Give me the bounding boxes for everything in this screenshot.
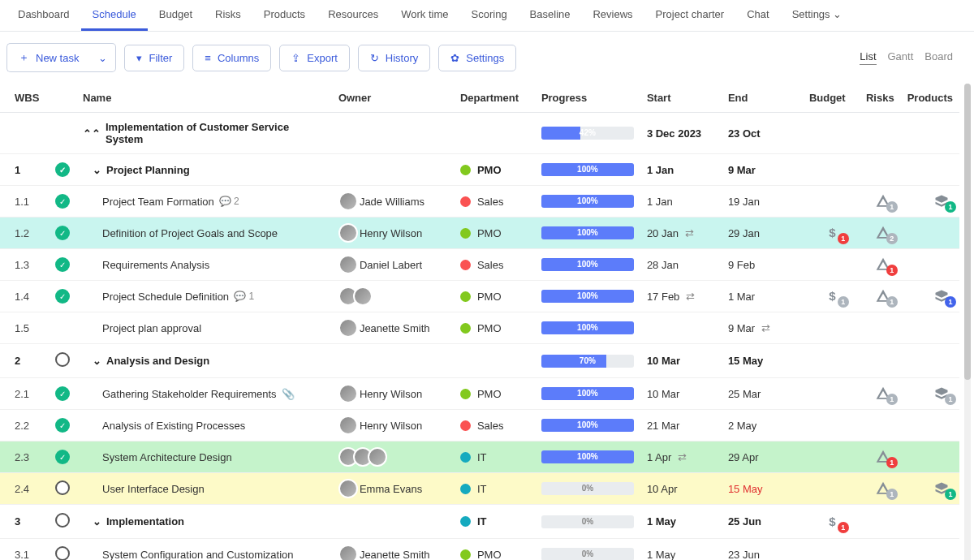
avatar bbox=[338, 192, 358, 211]
end-date: 25 Jun bbox=[722, 505, 803, 539]
expand-icon[interactable]: ⌄ bbox=[93, 164, 101, 176]
wbs-cell: 1 bbox=[0, 154, 49, 186]
task-row[interactable]: 3⌄ ImplementationIT0%1 May25 Jun$1 bbox=[0, 505, 959, 539]
progress-bar: 100% bbox=[541, 450, 634, 463]
col-products[interactable]: Products bbox=[901, 84, 959, 113]
task-row[interactable]: 2.4User Interface DesignEmma EvansIT0%10… bbox=[0, 473, 959, 505]
chevron-down-icon: ⌄ bbox=[833, 8, 842, 20]
task-row[interactable]: 1.2✓Definition of Project Goals and Scop… bbox=[0, 218, 959, 249]
dependency-icon[interactable]: ⇄ bbox=[685, 227, 694, 239]
risks-icon[interactable]: 2 bbox=[875, 225, 894, 241]
start-date: 21 Mar bbox=[640, 410, 722, 442]
tab-reviews[interactable]: Reviews bbox=[581, 0, 644, 31]
task-row[interactable]: 1.3✓Requirements AnalysisDaniel LabertSa… bbox=[0, 249, 959, 281]
view-list[interactable]: List bbox=[860, 50, 876, 65]
view-gantt[interactable]: Gantt bbox=[888, 50, 914, 65]
tab-budget[interactable]: Budget bbox=[148, 0, 204, 31]
comment-icon[interactable]: 💬 2 bbox=[219, 196, 239, 207]
dependency-icon[interactable]: ⇄ bbox=[678, 451, 687, 463]
tab-settings[interactable]: Settings ⌄ bbox=[781, 0, 854, 31]
owner-name: Henry Wilson bbox=[360, 227, 422, 239]
start-date: 3 Dec 2023 bbox=[640, 113, 722, 154]
task-row[interactable]: 2⌄ Analysis and Design70%10 Mar15 May bbox=[0, 344, 959, 378]
attachment-icon[interactable]: 📎 bbox=[282, 388, 295, 400]
collapse-all-icon[interactable]: ⌃⌃ bbox=[83, 127, 101, 140]
task-name: Analysis and Design bbox=[106, 355, 209, 367]
dependency-icon[interactable]: ⇄ bbox=[686, 291, 695, 303]
status-open-icon bbox=[55, 513, 70, 528]
task-row[interactable]: 1.5Project plan approvalJeanette SmithPM… bbox=[0, 312, 959, 344]
col-name[interactable]: Name bbox=[76, 84, 332, 113]
history-button[interactable]: ↻History bbox=[358, 45, 430, 71]
risks-icon[interactable]: 1 bbox=[875, 193, 894, 209]
gear-icon: ✿ bbox=[450, 52, 459, 64]
products-icon[interactable]: 1 bbox=[933, 480, 953, 497]
task-row[interactable]: 2.2✓Analysis of Existing ProcessesHenry … bbox=[0, 410, 959, 442]
task-name: Analysis of Existing Processes bbox=[102, 420, 245, 432]
avatar-group bbox=[338, 447, 382, 467]
tab-dashboard[interactable]: Dashboard bbox=[6, 0, 81, 31]
budget-icon[interactable]: $1 bbox=[826, 288, 846, 304]
view-board[interactable]: Board bbox=[924, 50, 953, 65]
risks-icon[interactable]: 1 bbox=[875, 449, 894, 465]
tab-work-time[interactable]: Work time bbox=[390, 0, 459, 31]
export-button[interactable]: ⇪Export bbox=[279, 45, 350, 71]
expand-icon[interactable]: ⌄ bbox=[93, 515, 101, 528]
comment-icon[interactable]: 💬 1 bbox=[234, 291, 254, 302]
task-name: Project Team Formation bbox=[102, 196, 214, 208]
expand-icon[interactable]: ⌄ bbox=[93, 355, 101, 367]
wbs-cell: 1.5 bbox=[0, 312, 49, 344]
tab-scoring[interactable]: Scoring bbox=[460, 0, 519, 31]
tab-chat[interactable]: Chat bbox=[735, 0, 780, 31]
root-row[interactable]: ⌃⌃ Implementation of Customer Service Sy… bbox=[0, 113, 959, 154]
filter-button[interactable]: ▾Filter bbox=[124, 45, 184, 71]
new-task-button[interactable]: ＋New task bbox=[6, 43, 90, 72]
new-task-dropdown[interactable]: ⌄ bbox=[90, 43, 116, 72]
settings-button[interactable]: ✿Settings bbox=[438, 45, 516, 71]
tab-products[interactable]: Products bbox=[252, 0, 317, 31]
risks-icon[interactable]: 1 bbox=[875, 256, 894, 273]
dept-name: IT bbox=[477, 451, 487, 463]
tab-schedule[interactable]: Schedule bbox=[81, 0, 148, 31]
risks-icon[interactable]: 1 bbox=[875, 386, 894, 402]
tab-risks[interactable]: Risks bbox=[204, 0, 252, 31]
col-risks[interactable]: Risks bbox=[852, 84, 901, 113]
tab-baseline[interactable]: Baseline bbox=[519, 0, 582, 31]
avatar-group bbox=[338, 318, 353, 338]
products-icon[interactable]: 1 bbox=[933, 193, 953, 209]
products-icon[interactable]: 1 bbox=[933, 288, 953, 304]
col-progress[interactable]: Progress bbox=[535, 84, 640, 113]
end-date: 2 May bbox=[722, 410, 803, 442]
task-row[interactable]: 1.4✓Project Schedule Definition 💬 1PMO10… bbox=[0, 281, 959, 312]
task-row[interactable]: 1.1✓Project Team Formation 💬 2Jade Willi… bbox=[0, 186, 959, 218]
risks-icon[interactable]: 1 bbox=[875, 288, 894, 304]
budget-icon[interactable]: $1 bbox=[826, 225, 846, 241]
scrollbar-thumb[interactable] bbox=[964, 84, 971, 380]
col-end[interactable]: End bbox=[722, 84, 803, 113]
col-wbs[interactable]: WBS bbox=[0, 84, 49, 113]
task-row[interactable]: 2.1✓Gathering Stakeholder Requirements 📎… bbox=[0, 378, 959, 410]
col-department[interactable]: Department bbox=[454, 84, 535, 113]
task-row[interactable]: 1✓⌄ Project PlanningPMO100%1 Jan9 Mar bbox=[0, 154, 959, 186]
col-budget[interactable]: Budget bbox=[803, 84, 852, 113]
dept-name: PMO bbox=[477, 549, 502, 561]
task-name: User Interface Design bbox=[102, 483, 205, 495]
task-row[interactable]: 2.3✓System Architecture DesignIT100%1 Ap… bbox=[0, 442, 959, 473]
task-row[interactable]: 3.1System Configuration and Customizatio… bbox=[0, 539, 959, 561]
columns-button[interactable]: ≡Columns bbox=[192, 45, 271, 71]
col-owner[interactable]: Owner bbox=[332, 84, 454, 113]
end-date: 19 Jan bbox=[722, 186, 803, 218]
tab-project-charter[interactable]: Project charter bbox=[644, 0, 736, 31]
wbs-cell: 1.3 bbox=[0, 249, 49, 281]
col-start[interactable]: Start bbox=[640, 84, 722, 113]
task-name: Project Schedule Definition bbox=[102, 291, 229, 303]
vertical-scrollbar[interactable] bbox=[964, 84, 971, 560]
dept-name: Sales bbox=[477, 196, 504, 208]
progress-bar: 100% bbox=[541, 387, 634, 400]
risks-icon[interactable]: 1 bbox=[875, 480, 894, 497]
start-date: 1 Jan bbox=[640, 186, 722, 218]
products-icon[interactable]: 1 bbox=[933, 386, 953, 402]
dependency-icon[interactable]: ⇄ bbox=[761, 322, 770, 334]
budget-icon[interactable]: $1 bbox=[826, 514, 846, 530]
tab-resources[interactable]: Resources bbox=[317, 0, 390, 31]
